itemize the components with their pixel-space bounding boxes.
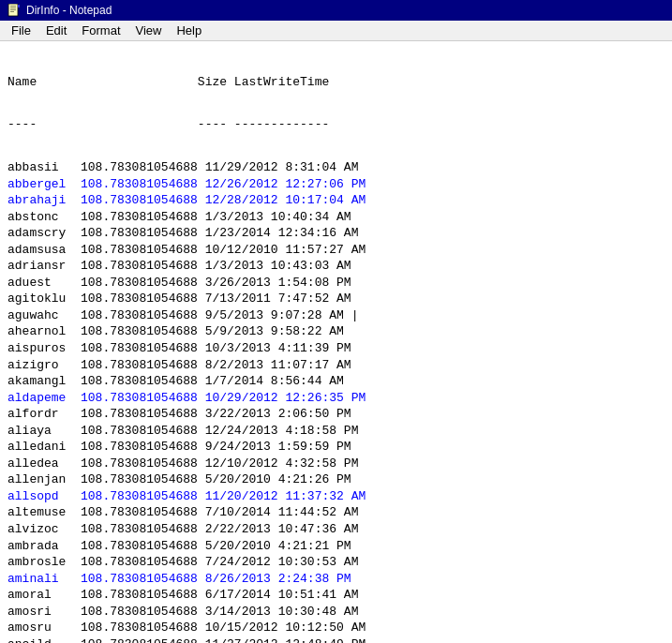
table-row: adriansr 108.783081054688 1/3/2013 10:43… — [7, 258, 665, 275]
table-row: amosri 108.783081054688 3/14/2013 10:30:… — [7, 604, 665, 621]
table-row: aizigro 108.783081054688 8/2/2013 11:07:… — [7, 357, 665, 374]
table-row: aguwahc 108.783081054688 9/5/2013 9:07:2… — [7, 307, 665, 324]
table-row: alledani 108.783081054688 9/24/2013 1:59… — [7, 439, 665, 456]
table-row: alledea 108.783081054688 12/10/2012 4:32… — [7, 456, 665, 472]
menu-format[interactable]: Format — [74, 22, 127, 39]
menu-edit[interactable]: Edit — [38, 22, 74, 39]
title-bar: DirInfo - Notepad — [0, 0, 672, 21]
table-row: altemuse 108.783081054688 7/10/2014 11:4… — [7, 504, 665, 521]
table-row: adamsusa 108.783081054688 10/12/2010 11:… — [7, 242, 665, 259]
svg-rect-3 — [10, 9, 16, 10]
table-row: aminali 108.783081054688 8/26/2013 2:24:… — [7, 571, 665, 588]
table-row: aispuros 108.783081054688 10/3/2013 4:11… — [7, 340, 665, 357]
table-row: abbasii 108.783081054688 11/29/2012 8:31… — [7, 159, 665, 176]
svg-rect-1 — [10, 6, 16, 7]
table-row: ahearnol 108.783081054688 5/9/2013 9:58:… — [7, 323, 665, 340]
table-row: abbergel 108.783081054688 12/26/2012 12:… — [7, 176, 665, 193]
window-title: DirInfo - Notepad — [26, 4, 112, 17]
menu-file[interactable]: File — [4, 22, 38, 39]
svg-rect-4 — [10, 11, 14, 12]
table-row: agitoklu 108.783081054688 7/13/2011 7:47… — [7, 291, 665, 307]
table-row: aduest 108.783081054688 3/26/2013 1:54:0… — [7, 275, 665, 292]
table-row: allsopd 108.783081054688 11/20/2012 11:3… — [7, 488, 665, 505]
svg-rect-5 — [18, 5, 20, 7]
table-row: aldapeme 108.783081054688 10/29/2012 12:… — [7, 390, 665, 407]
table-row: ambrosle 108.783081054688 7/24/2012 10:3… — [7, 554, 665, 571]
notepad-icon — [7, 4, 21, 17]
table-row: alvizoc 108.783081054688 2/22/2013 10:47… — [7, 521, 665, 538]
table-row: ambrada 108.783081054688 5/20/2010 4:21:… — [7, 538, 665, 555]
table-row: adamscry 108.783081054688 1/23/2014 12:3… — [7, 225, 665, 242]
text-content[interactable]: Name Size LastWriteTime ---- ---- ------… — [0, 41, 672, 643]
column-headers: Name Size LastWriteTime — [7, 75, 665, 89]
table-row: allenjan 108.783081054688 5/20/2010 4:21… — [7, 471, 665, 488]
svg-rect-2 — [10, 7, 16, 8]
table-row: ancild 108.783081054688 11/27/2012 12:48… — [7, 636, 665, 643]
table-row: abstonc 108.783081054688 1/3/2013 10:40:… — [7, 209, 665, 226]
table-row: aliaya 108.783081054688 12/24/2013 4:18:… — [7, 423, 665, 440]
data-rows: abbasii 108.783081054688 11/29/2012 8:31… — [7, 159, 665, 643]
menu-bar: File Edit Format View Help — [0, 21, 672, 41]
menu-view[interactable]: View — [128, 22, 170, 39]
table-row: amosru 108.783081054688 10/15/2012 10:12… — [7, 620, 665, 636]
table-row: amoral 108.783081054688 6/17/2014 10:51:… — [7, 587, 665, 604]
table-row: alfordr 108.783081054688 3/22/2013 2:06:… — [7, 406, 665, 423]
table-row: abrahaji 108.783081054688 12/28/2012 10:… — [7, 192, 665, 209]
menu-help[interactable]: Help — [169, 22, 209, 39]
table-row: akamangl 108.783081054688 1/7/2014 8:56:… — [7, 373, 665, 390]
column-separator: ---- ---- ------------- — [7, 117, 665, 131]
